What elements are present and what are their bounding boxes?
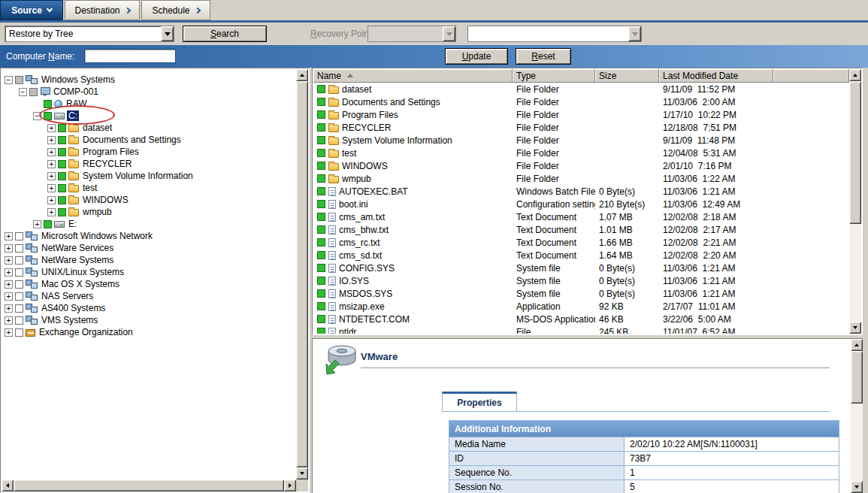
tree-item-label[interactable]: NetWare Services — [40, 243, 115, 253]
tab-schedule[interactable]: Schedule — [141, 0, 210, 20]
file-row-boot-ini[interactable]: boot.iniConfiguration settings210 Byte(s… — [313, 198, 849, 210]
checkbox-checked[interactable] — [317, 174, 325, 183]
tree-item-recycler[interactable]: +RECYCLER — [3, 158, 296, 170]
checkbox-empty[interactable] — [15, 316, 23, 325]
tree-item-label[interactable]: RAW — [65, 98, 89, 109]
tree-item-label[interactable]: VMS Systems — [40, 315, 99, 325]
expand-icon[interactable]: + — [5, 244, 13, 253]
checkbox-checked[interactable] — [58, 160, 66, 168]
tree-item-windows-systems[interactable]: −Windows Systems — [3, 74, 296, 86]
tree-item-comp-001[interactable]: −COMP-001 — [3, 86, 296, 98]
tree-item-c[interactable]: −C: — [3, 110, 296, 122]
file-row-cms-sd-txt[interactable]: cms_sd.txtText Document1.64 MB12/02/08 2… — [313, 249, 849, 262]
expand-icon[interactable]: + — [5, 268, 13, 277]
expand-icon[interactable]: + — [5, 256, 13, 265]
expand-icon[interactable]: + — [47, 124, 56, 132]
checkbox-checked[interactable] — [58, 172, 66, 180]
scroll-left-button[interactable] — [2, 479, 14, 491]
checkbox-checked[interactable] — [317, 162, 325, 170]
tree-item-vms-systems[interactable]: +VMS Systems — [3, 314, 296, 326]
tree-item-label[interactable]: RECYCLER — [81, 159, 133, 169]
file-row-windows[interactable]: WINDOWSFile Folder2/01/10 7:16 PM — [313, 159, 849, 172]
scroll-up-button[interactable] — [851, 339, 863, 351]
checkbox-empty[interactable] — [15, 304, 23, 313]
column-header-type[interactable]: Type — [513, 69, 595, 83]
file-row-config-sys[interactable]: CONFIG.SYSSystem file0 Byte(s)11/03/06 1… — [313, 262, 849, 274]
scrollbar-thumb[interactable] — [14, 479, 284, 491]
expand-icon[interactable]: + — [47, 160, 56, 168]
file-row-cms-rc-txt[interactable]: cms_rc.txtText Document1.66 MB12/02/08 2… — [313, 236, 849, 249]
checkbox-empty[interactable] — [15, 292, 23, 301]
checkbox-checked[interactable] — [317, 123, 325, 132]
checkbox-checked[interactable] — [317, 149, 325, 157]
checkbox-checked[interactable] — [58, 196, 66, 204]
checkbox-checked[interactable] — [58, 208, 66, 216]
tree-item-netware-services[interactable]: +NetWare Services — [3, 242, 296, 254]
checkbox-checked[interactable] — [317, 213, 325, 221]
tree-item-program-files[interactable]: +Program Files — [3, 146, 296, 158]
checkbox-empty[interactable] — [15, 280, 23, 289]
tree-item-mac-os-x-systems[interactable]: +Mac OS X Systems — [3, 278, 296, 290]
tree-horizontal-scrollbar[interactable] — [2, 479, 296, 491]
tree-item-nas-servers[interactable]: +NAS Servers — [3, 290, 296, 302]
tree-item-raw[interactable]: RAW — [3, 98, 296, 110]
checkbox-checked[interactable] — [317, 277, 325, 285]
scroll-up-button[interactable] — [296, 69, 308, 81]
tree-item-netware-systems[interactable]: +NetWare Systems — [3, 254, 296, 266]
tree-item-wmpub[interactable]: +wmpub — [3, 206, 296, 218]
tree-item-label[interactable]: C: — [67, 110, 79, 121]
file-row-ntldr[interactable]: ntldrFile245 KB11/01/07 6:52 AM — [313, 325, 849, 334]
column-header-size[interactable]: Size — [595, 69, 659, 83]
tree-item-system-volume-information[interactable]: +System Volume Information — [3, 170, 296, 182]
file-list-vertical-scrollbar[interactable] — [849, 69, 861, 334]
expand-icon[interactable]: + — [5, 316, 13, 325]
checkbox-checked[interactable] — [317, 98, 325, 106]
tree-item-label[interactable]: System Volume Information — [81, 171, 195, 181]
scrollbar-thumb[interactable] — [849, 81, 861, 224]
tree-item-label[interactable]: AS400 Systems — [40, 303, 107, 313]
checkbox-checked[interactable] — [317, 136, 325, 144]
tree-item-label[interactable]: UNIX/Linux Systems — [40, 267, 126, 277]
checkbox-checked[interactable] — [317, 85, 325, 93]
expand-icon[interactable]: + — [47, 208, 56, 216]
file-row-msizap-exe[interactable]: msizap.exeApplication92 KB2/17/07 11:01 … — [313, 300, 849, 313]
tree-item-label[interactable]: Exchange Organization — [38, 327, 135, 337]
checkbox-checked[interactable] — [317, 328, 325, 334]
expand-icon[interactable]: + — [5, 328, 13, 337]
file-row-autoexec-bat[interactable]: AUTOEXEC.BATWindows Batch File0 Byte(s)1… — [313, 185, 849, 198]
tree-item-label[interactable]: Program Files — [81, 147, 141, 157]
tree-vertical-scrollbar[interactable] — [296, 69, 308, 479]
expand-icon[interactable]: + — [47, 172, 56, 180]
reset-button[interactable]: Reset — [516, 48, 571, 65]
expand-icon[interactable]: + — [47, 148, 56, 156]
tree-item-label[interactable]: Documents and Settings — [81, 135, 183, 145]
file-row-system-volume-information[interactable]: System Volume InformationFile Folder9/11… — [313, 134, 849, 147]
expand-icon[interactable]: + — [5, 292, 13, 301]
scrollbar-thumb[interactable] — [851, 351, 863, 404]
expand-icon[interactable]: + — [47, 136, 56, 144]
scrollbar-thumb[interactable] — [296, 81, 308, 467]
tree-item-label[interactable]: Mac OS X Systems — [40, 279, 121, 289]
tree-item-documents-and-settings[interactable]: +Documents and Settings — [3, 134, 296, 146]
expand-icon[interactable]: + — [47, 184, 56, 192]
update-button[interactable]: Update — [445, 48, 508, 65]
checkbox-empty[interactable] — [15, 244, 23, 253]
file-row-program-files[interactable]: Program FilesFile Folder1/17/10 10:22 PM — [313, 108, 849, 121]
tree-item-label[interactable]: test — [81, 183, 98, 193]
checkbox-checked[interactable] — [317, 110, 325, 119]
checkbox-checked[interactable] — [58, 124, 66, 132]
tree-item-label[interactable]: WINDOWS — [81, 195, 130, 205]
computer-name-input[interactable] — [84, 49, 176, 63]
collapse-icon[interactable]: − — [5, 76, 13, 84]
file-row-msdos-sys[interactable]: MSDOS.SYSSystem file0 Byte(s)11/03/06 1:… — [313, 287, 849, 300]
expand-icon[interactable]: + — [33, 220, 41, 228]
restore-mode-combo[interactable]: Restore by Tree — [5, 26, 174, 42]
tree-item-label[interactable]: E: — [67, 219, 78, 229]
file-row-dataset[interactable]: datasetFile Folder9/11/09 11:52 PM — [313, 83, 849, 95]
tree-item-as400-systems[interactable]: +AS400 Systems — [3, 302, 296, 314]
checkbox-checked[interactable] — [317, 289, 325, 298]
scroll-right-button[interactable] — [284, 479, 296, 491]
tree-item-microsoft-windows-network[interactable]: +Microsoft Windows Network — [3, 230, 296, 242]
tree-item-label[interactable]: NetWare Systems — [40, 255, 115, 265]
checkbox-checked[interactable] — [317, 238, 325, 246]
